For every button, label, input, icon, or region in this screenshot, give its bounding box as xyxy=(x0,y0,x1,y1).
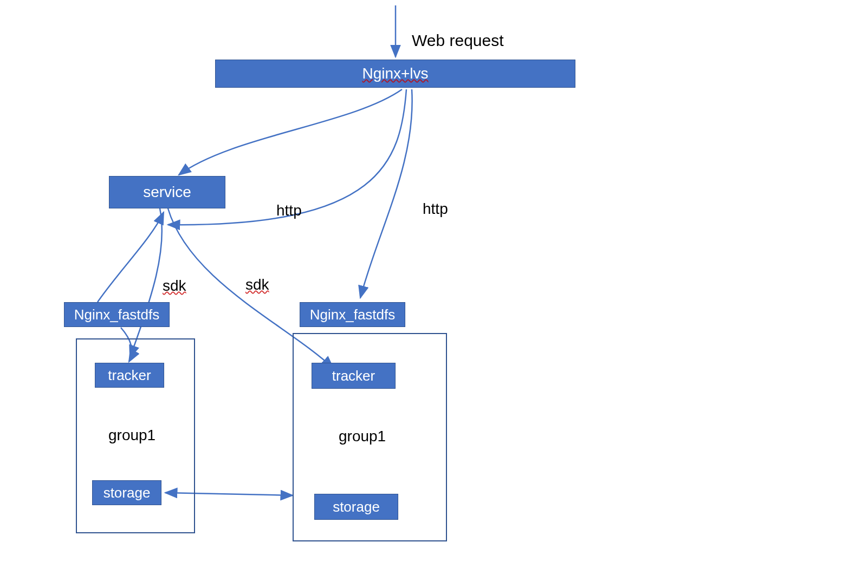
node-nginx-lvs: Nginx+lvs xyxy=(215,60,575,88)
label-sdk-right: sdk xyxy=(245,276,269,293)
label-http-left: http xyxy=(276,202,302,219)
tracker-right-text: tracker xyxy=(332,368,375,384)
label-http-right: http xyxy=(423,200,448,218)
nginx-lvs-text: Nginx+lvs xyxy=(362,65,428,82)
service-text: service xyxy=(143,184,191,201)
node-nginx-fastdfs-right: Nginx_fastdfs xyxy=(300,302,405,327)
nginx-fastdfs-right-text: Nginx_fastdfs xyxy=(310,306,396,323)
diagram-canvas: Web request Nginx+lvs service http http … xyxy=(0,0,868,588)
node-nginx-fastdfs-left: Nginx_fastdfs xyxy=(64,302,170,327)
storage-right-text: storage xyxy=(333,499,380,515)
arrow-nginx-to-right-http xyxy=(360,89,412,298)
label-web-request: Web request xyxy=(412,31,504,50)
node-storage-left: storage xyxy=(92,480,161,505)
label-group1-right: group1 xyxy=(339,428,386,445)
label-group1-left: group1 xyxy=(108,427,156,444)
nginx-fastdfs-left-text: Nginx_fastdfs xyxy=(74,306,160,323)
arrow-nfastdfs-to-service xyxy=(98,212,164,302)
node-storage-right: storage xyxy=(314,494,398,520)
node-tracker-left: tracker xyxy=(95,363,164,388)
arrow-nginx-to-service xyxy=(179,89,402,175)
node-service: service xyxy=(109,176,225,208)
node-tracker-right: tracker xyxy=(312,363,396,389)
tracker-left-text: tracker xyxy=(108,367,151,384)
storage-left-text: storage xyxy=(103,485,151,501)
arrow-service-to-tracker-left xyxy=(130,208,162,357)
label-sdk-left: sdk xyxy=(163,277,186,295)
